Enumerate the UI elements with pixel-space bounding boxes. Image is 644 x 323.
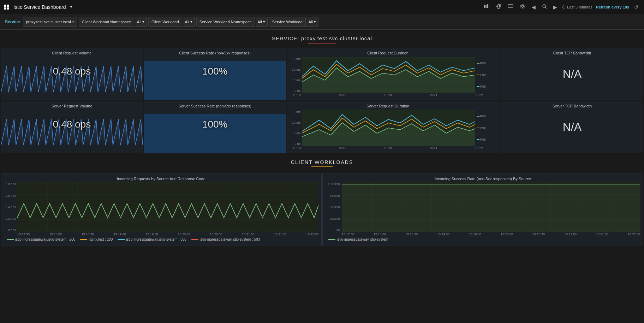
add-panel-button[interactable]: + (482, 2, 491, 12)
client-workload-label: Client Workload (148, 17, 182, 27)
workload-charts-grid: Incoming Requests by Source And Response… (0, 170, 644, 247)
svg-point-7 (521, 5, 524, 7)
service-workload-ns-label: Service Workload Namespace (196, 17, 255, 27)
client-duration-y-axis: 15 ms10 ms5 ms0 ns (290, 57, 300, 93)
service-workload-dropdown[interactable]: All ▾ (306, 17, 318, 27)
incoming-requests-title: Incoming Requests by Source And Response… (4, 177, 318, 181)
tv-button[interactable] (506, 2, 515, 12)
incoming-requests-y-axis: 0.8 ops0.6 ops0.4 ops0.2 ops0 ops (4, 182, 16, 232)
legend-line-500 (118, 239, 125, 240)
legend-item-500: istio-ingressgateway.istio-system : 500 (118, 237, 186, 241)
svg-rect-0 (484, 5, 485, 8)
zoom-button[interactable] (541, 2, 548, 11)
refresh-label[interactable]: Refresh every 10s (596, 5, 629, 9)
client-workload-dropdown[interactable]: All ▾ (183, 17, 195, 27)
svg-rect-56 (342, 184, 640, 232)
server-request-volume-value: 0.48 ops (4, 119, 140, 130)
client-request-duration-card: Client Request Duration 15 ms10 ms5 ms0 … (287, 48, 500, 100)
dashboard-dropdown-icon[interactable]: ▾ (70, 5, 72, 9)
top-bar-left: Istio Service Dashboard ▾ (4, 4, 482, 10)
clock-icon: ⏱ (562, 5, 566, 9)
service-dropdown[interactable]: proxy.test.svc.cluster.local ▾ (23, 17, 77, 27)
server-request-volume-title: Server Request Volume (4, 104, 140, 108)
server-duration-chart (302, 110, 475, 146)
success-rate-legend: istio-ingressgateway.istio-system (326, 236, 640, 243)
prev-button[interactable]: ◀ (530, 3, 537, 11)
service-workload-ns-dropdown[interactable]: All ▾ (256, 17, 268, 27)
success-rate-source-card: Incoming Success Rate (non-5xx responses… (322, 174, 643, 246)
svg-rect-2 (487, 4, 488, 8)
client-workload-ns-label: Client Workload Namespace (79, 17, 134, 27)
server-duration-legend: P50 P90 P99 (477, 110, 486, 146)
next-button[interactable]: ▶ (552, 3, 559, 11)
legend-line-istio-system (328, 239, 335, 240)
service-workload-ns-filter-group: Service Workload Namespace All ▾ (196, 17, 268, 27)
legend-line-503 (191, 239, 198, 240)
svg-point-9 (543, 5, 545, 7)
client-duration-legend: P50 P90 P99 (477, 57, 486, 93)
incoming-requests-chart (17, 182, 318, 232)
svg-line-10 (545, 7, 547, 8)
client-request-volume-card: Client Request Volume 0.48 ops (1, 48, 143, 100)
client-tcp-bandwidth-card: Client TCP Bandwidth N/A (501, 48, 643, 100)
client-request-volume-value: 0.48 ops (4, 66, 140, 77)
server-success-rate-value: 100% (147, 119, 283, 130)
service-section-header: SERVICE: proxy.test.svc.cluster.local (0, 30, 644, 48)
success-rate-source-title: Incoming Success Rate (non-5xx responses… (326, 177, 640, 181)
incoming-requests-legend: istio-ingressgateway.istio-system : 200 … (4, 236, 318, 243)
app-menu-icon[interactable] (4, 5, 9, 10)
server-tcp-bandwidth-card: Server TCP Bandwidth N/A (501, 101, 643, 153)
service-workload-arrow: ▾ (314, 19, 316, 24)
client-workloads-section: CLIENT WORKLOADS (0, 154, 644, 170)
top-bar-right: + ◀ ▶ ⏱ Last 5 minutes Refresh every 10s… (482, 2, 640, 12)
success-rate-chart (342, 182, 640, 232)
service-title-underline (308, 43, 336, 43)
server-tcp-bandwidth-value: N/A (504, 121, 640, 134)
success-rate-y-axis: 100.00%75.00%50.00%25.00%0% (326, 182, 340, 232)
incoming-requests-x-axis: 15:17:3015:18:0015:18:3015:19:0015:19:30… (4, 232, 318, 236)
client-workload-ns-filter-group: Client Workload Namespace All ▾ (79, 17, 147, 27)
server-request-duration-title: Server Request Duration (290, 104, 486, 108)
client-workload-arrow: ▾ (190, 19, 192, 24)
service-workload-ns-arrow: ▾ (263, 19, 265, 24)
svg-rect-5 (508, 5, 513, 8)
server-metrics-row: Server Request Volume 0.48 ops Server Su… (0, 101, 644, 153)
refresh-button[interactable]: ↺ (633, 3, 640, 11)
client-request-duration-title: Client Request Duration (290, 51, 486, 55)
client-success-rate-card: Client Success Rate (non-5xx responses) … (144, 48, 286, 100)
legend-item-200-nginx: nginx.test : 200 (80, 237, 113, 241)
legend-line-200-nginx (80, 239, 87, 240)
settings-button[interactable] (518, 2, 527, 12)
success-rate-x-axis: 15:17:3015:18:0015:18:3015:19:0015:19:30… (326, 232, 640, 236)
server-request-volume-chart (1, 112, 143, 149)
legend-item-istio-system: istio-ingressgateway.istio-system (328, 237, 388, 241)
client-request-volume-title: Client Request Volume (4, 51, 140, 55)
server-duration-x-axis: 15:1815:1915:2015:2115:22 (290, 146, 486, 150)
client-workloads-title: CLIENT WORKLOADS (0, 159, 644, 165)
client-duration-x-axis: 15:1815:1915:2015:2115:22 (290, 93, 486, 97)
server-success-rate-card: Server Success Rate (non-5xx responses) … (144, 101, 286, 153)
svg-point-8 (520, 4, 525, 8)
legend-item-200-istio: istio-ingressgateway.istio-system : 200 (7, 237, 75, 241)
incoming-requests-card: Incoming Requests by Source And Response… (1, 174, 322, 246)
service-title: SERVICE: proxy.test.svc.cluster.local (0, 35, 644, 41)
client-tcp-bandwidth-value: N/A (504, 67, 640, 81)
service-filter-group: Service proxy.test.svc.cluster.local ▾ (3, 17, 77, 27)
dashboard-title: Istio Service Dashboard (13, 4, 66, 10)
server-request-duration-card: Server Request Duration 15 ms10 ms5 ms0 … (287, 101, 500, 153)
service-dropdown-arrow: ▾ (72, 20, 74, 24)
client-duration-chart (302, 57, 475, 93)
client-tcp-bandwidth-title: Client TCP Bandwidth (504, 51, 640, 55)
service-workload-label: Service Workload (269, 17, 306, 27)
svg-text:+: + (488, 5, 489, 8)
filter-bar: Service proxy.test.svc.cluster.local ▾ C… (0, 14, 644, 30)
legend-line-200-istio (7, 239, 14, 240)
client-workloads-underline (311, 166, 333, 167)
client-workload-ns-dropdown[interactable]: All ▾ (135, 17, 147, 27)
client-metrics-row: Client Request Volume 0.48 ops Client Su… (0, 48, 644, 100)
client-success-rate-value: 100% (147, 66, 283, 77)
server-request-volume-card: Server Request Volume 0.48 ops (1, 101, 143, 153)
server-tcp-bandwidth-title: Server TCP Bandwidth (504, 104, 640, 108)
client-workload-ns-arrow: ▾ (142, 19, 144, 24)
share-button[interactable] (494, 2, 503, 12)
